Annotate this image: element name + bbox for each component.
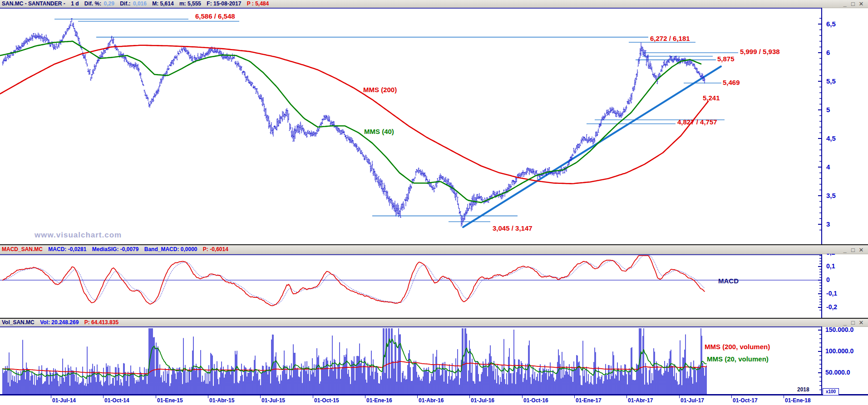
dif-pct-label: Dif. %: [84, 0, 101, 7]
dif-value: 0,016 [133, 0, 147, 7]
symbol-title: SAN.MC - SANTANDER - [2, 0, 65, 7]
time-axis-tick [731, 395, 732, 398]
mms200-legend: MMS (200) [363, 86, 397, 94]
macd-chart-plot[interactable] [0, 254, 868, 318]
mms40-legend: MMS (40) [364, 128, 394, 135]
level-label: 3,045 / 3,147 [493, 224, 533, 232]
time-axis-label: 01-Abr-17 [628, 397, 653, 404]
level-label: 5,469 [723, 79, 740, 86]
max-value: M: 5,614 [152, 0, 173, 7]
price-axis-label: 3,5 [826, 192, 836, 199]
time-axis-tick [208, 395, 208, 398]
time-axis-label: 01-Oct-17 [733, 397, 758, 404]
maximize-icon[interactable]: □ [849, 319, 857, 326]
close-icon[interactable]: ✕ [857, 319, 865, 326]
price-axis-label: 6 [826, 49, 830, 56]
price-axis-label: 4 [826, 163, 830, 171]
time-axis-tick [103, 395, 104, 398]
time-axis-label: 01-Ene-15 [157, 397, 183, 404]
time-axis-tick [626, 395, 627, 398]
dif-pct-value: 0,29 [104, 0, 114, 7]
maximize-icon[interactable]: □ [849, 246, 857, 254]
level-label: 5,875 [717, 55, 735, 63]
volume-axis-label: 50.000.0 [825, 369, 850, 376]
dif-label: Dif.: [120, 0, 130, 7]
macd-value: MACD: -0,0281 [48, 246, 86, 252]
time-axis-tick [260, 395, 261, 398]
time-axis-tick [417, 395, 418, 398]
vol-p-value: P: 64.413.835 [84, 319, 118, 326]
vol-value: Vol: 20.248.269 [40, 319, 79, 326]
time-axis-label: 01-Jul-15 [261, 397, 285, 404]
price-axis-label: 3 [826, 220, 830, 228]
vol-mms200-legend: MMS (200, volumen) [705, 343, 770, 351]
time-axis-label: 01-Oct-15 [314, 397, 339, 404]
band-macd-value: Band_MACD: 0,0000 [144, 246, 197, 252]
macd-label: MACD [718, 277, 739, 285]
minimize-icon[interactable]: _ [841, 246, 849, 254]
min-value: m: 5,555 [179, 0, 201, 7]
time-axis-tick [365, 395, 365, 398]
vol-title: Vol_SAN.MC [2, 319, 35, 326]
close-icon[interactable]: ✕ [857, 246, 865, 254]
vol-window-controls: _□✕ [841, 319, 865, 326]
level-label: 6,272 / 6,181 [650, 35, 690, 42]
macd-panel-header: MACD_SAN.MC MACD: -0,0281 MediaSIG: -0,0… [0, 245, 868, 254]
mediasig-value: MediaSIG: -0,0079 [92, 246, 139, 252]
price-axis-label: 6,5 [826, 20, 836, 28]
level-label: 6,586 / 6,548 [195, 12, 235, 20]
volume-panel-header: Vol_SAN.MC Vol: 20.248.269 P: 64.413.835… [0, 319, 868, 327]
time-axis-tick [156, 395, 156, 398]
time-axis-label: 01-Jul-14 [52, 397, 76, 404]
time-axis-tick [574, 395, 575, 398]
maximize-icon[interactable]: □ [849, 0, 857, 8]
minimize-icon[interactable]: _ [841, 0, 849, 8]
time-axis-label: 01-Oct-14 [104, 397, 129, 404]
volume-unit-badge: x100 [823, 388, 839, 395]
year-label: 2018 [797, 386, 809, 393]
time-axis-label: 01-Oct-16 [523, 397, 548, 404]
price-axis-label: 4,5 [826, 134, 836, 142]
minimize-icon[interactable]: _ [841, 319, 849, 326]
time-axis-label: 01-Ene-16 [366, 397, 392, 404]
level-label: 4,827 / 4,757 [677, 118, 717, 126]
time-axis-tick [679, 395, 680, 398]
level-label: 5,241 [703, 94, 720, 102]
time-axis-tick [784, 395, 784, 398]
close-icon[interactable]: ✕ [857, 0, 865, 8]
price-axis-label: 5 [826, 106, 830, 114]
watermark: www.visualchart.com [35, 231, 122, 240]
time-axis-label: 01-Ene-18 [785, 397, 811, 404]
time-axis-label: 01-Abr-15 [209, 397, 234, 404]
macd-window-controls: _□✕ [841, 246, 865, 254]
price-axis-label: 5,5 [826, 77, 836, 85]
visual-chart-window: SAN.MC - SANTANDER - 1 d Dif. %: 0,29 Di… [0, 0, 868, 405]
time-axis-tick [313, 395, 313, 398]
volume-axis-label: 100.000.0 [825, 347, 853, 355]
vol-mms20-legend: MMS (20, volumen) [707, 355, 769, 363]
date-value: F: 15-08-2017 [207, 0, 241, 7]
price-chart-plot[interactable] [0, 8, 868, 244]
time-axis-label: 01-Jul-17 [681, 397, 704, 404]
time-axis-tick [522, 395, 523, 398]
time-axis-tick [469, 395, 470, 398]
level-label: 5,999 / 5,938 [740, 48, 780, 55]
time-axis-label: 01-Abr-16 [419, 397, 444, 404]
price-window-controls: _□✕ [841, 0, 865, 8]
macd-title: MACD_SAN.MC [2, 246, 43, 252]
time-axis-label: 01-Jul-16 [471, 397, 494, 404]
timeframe: 1 d [71, 0, 79, 7]
time-axis-label: 01-Ene-17 [576, 397, 602, 404]
time-axis-tick [51, 395, 51, 398]
volume-axis-label: 150.000.0 [825, 326, 853, 333]
price-panel-header: SAN.MC - SANTANDER - 1 d Dif. %: 0,29 Di… [0, 0, 868, 8]
macd-p-value: P: -0,6014 [203, 246, 228, 252]
last-price: P : 5,484 [247, 0, 269, 7]
